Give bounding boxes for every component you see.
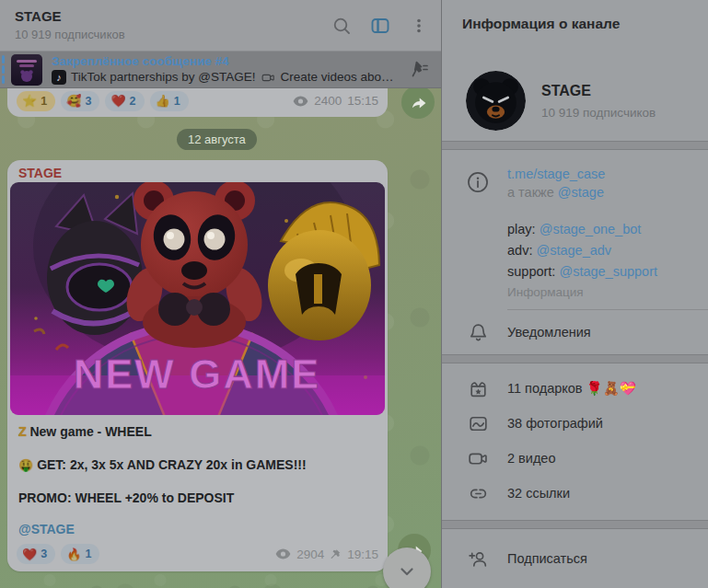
- date-divider[interactable]: 12 августа: [177, 129, 257, 150]
- thumbsup-reaction-icon: 👍: [156, 95, 170, 107]
- subscribe-row[interactable]: Подписаться: [442, 536, 708, 581]
- media-section: 11 подарков 🌹🧸💝 38 фотографий 2 видео: [442, 363, 708, 520]
- channel-info-panel: Информация о канале STAGE 10 919 подписч…: [441, 0, 708, 588]
- reaction-thumbsup[interactable]: 👍 1: [150, 91, 189, 111]
- post-views: 2904: [296, 548, 324, 561]
- links-row[interactable]: 32 ссылки: [442, 476, 708, 511]
- hero-caption: NEW GAME: [74, 351, 321, 398]
- channel-description: play: @stage_one_bot adv: @stage_adv sup…: [507, 219, 697, 282]
- reaction-fire[interactable]: 🔥 1: [61, 544, 99, 564]
- post-line-3: PROMO: WHEEL +20% to DEPOSIT: [18, 490, 377, 506]
- heart-reaction-icon: ❤️: [22, 548, 37, 560]
- pinned-message-bar[interactable]: Закреплённое сообщение #4 ♪ TikTok partn…: [0, 52, 441, 88]
- reaction-heart[interactable]: ❤️ 3: [17, 544, 55, 564]
- gift-icon: [466, 377, 490, 400]
- adv-link[interactable]: @stage_adv: [536, 243, 611, 258]
- share-arrow-icon: [410, 95, 427, 110]
- video-camera-icon: [261, 70, 276, 86]
- links-label: 32 ссылки: [507, 486, 570, 501]
- subscribe-label: Подписаться: [507, 551, 587, 566]
- gold-z-custom-emoji: Z: [18, 424, 27, 439]
- message-1-time: 15:15: [347, 94, 378, 108]
- reaction-star[interactable]: ⭐ 1: [17, 91, 55, 111]
- post-line-1: Z New game - WHEEL: [18, 423, 377, 440]
- support-link[interactable]: @stage_support: [559, 264, 657, 279]
- smiling-hearts-reaction-icon: 🥰: [66, 95, 81, 107]
- link-icon: [466, 482, 490, 505]
- message-1-meta: 2400 15:15: [293, 94, 378, 108]
- chevron-down-icon: [396, 560, 418, 582]
- section-gap: [442, 141, 708, 150]
- videos-label: 2 видео: [507, 451, 556, 466]
- channel-avatar[interactable]: [466, 71, 526, 131]
- channel-profile: STAGE 10 919 подписчиков: [466, 71, 708, 131]
- pinned-texts: Закреплённое сообщение #4 ♪ TikTok partn…: [52, 53, 394, 86]
- views-eye-icon: [275, 548, 291, 559]
- pinned-text: TikTok partnerships by @STAGE!: [71, 69, 256, 86]
- channel-post-bubble: STAGE: [7, 160, 388, 571]
- section-gap: [442, 354, 708, 363]
- photos-label: 38 фотографий: [507, 416, 603, 431]
- post-author[interactable]: STAGE: [7, 160, 388, 182]
- scroll-to-bottom-button[interactable]: [383, 548, 431, 588]
- chat-header: STAGE 10 919 подписчиков: [0, 0, 441, 52]
- channel-link[interactable]: t.me/stage_case: [507, 167, 697, 181]
- alias-link[interactable]: @stage: [558, 185, 604, 200]
- play-bot-link[interactable]: @stage_one_bot: [540, 222, 642, 236]
- pinned-title: Закреплённое сообщение #4: [52, 53, 394, 69]
- notifications-label: Уведомления: [507, 325, 591, 340]
- info-section: t.me/stage_case а также @stage play: @st…: [442, 150, 708, 310]
- heart-reaction-icon: ❤️: [110, 95, 125, 107]
- menu-kebab-icon[interactable]: [408, 15, 430, 37]
- header-icons: [331, 0, 430, 52]
- video-icon: [466, 447, 490, 470]
- share-button-message-1[interactable]: [401, 86, 435, 119]
- info-icon: [466, 170, 490, 194]
- post-footer: ❤️ 3 🔥 1 2904 19:15: [7, 537, 388, 571]
- reaction-hearteyes[interactable]: 🥰 3: [61, 91, 99, 111]
- photo-icon: [466, 412, 490, 435]
- telegram-app: STAGE 10 919 подписчиков: [0, 0, 708, 588]
- bell-icon: [466, 321, 490, 344]
- channel-subscribers: 10 919 подписчиков: [541, 106, 656, 120]
- channel-alias: а также @stage: [507, 185, 697, 200]
- info-caption: Информация: [507, 285, 697, 299]
- tiktok-icon: ♪: [52, 70, 66, 85]
- message-1-bubble-tail: ⭐ 1 🥰 3 ❤️ 2 👍 1 2400 15:15: [7, 88, 388, 117]
- gifts-label: 11 подарков 🌹🧸💝: [507, 381, 636, 397]
- post-text: Z New game - WHEEL 🤑 GET: 2x, 3x 5x AND …: [7, 415, 388, 537]
- pinned-indicator: [2, 55, 5, 85]
- post-line-2: 🤑 GET: 2x, 3x 5x AND CRAZY 20x in GAMES!…: [18, 456, 377, 473]
- reaction-heart[interactable]: ❤️ 2: [105, 91, 144, 111]
- panel-title: Информация о канале: [442, 0, 708, 46]
- channel-name: STAGE: [541, 83, 656, 99]
- star-reaction-icon: ⭐: [22, 95, 37, 107]
- pinned-text-2: Create videos abo…: [281, 69, 394, 86]
- pinned-thumbnail: [11, 54, 42, 86]
- search-icon[interactable]: [331, 15, 353, 37]
- panel-toggle-icon[interactable]: [369, 15, 391, 37]
- gifts-row[interactable]: 11 подарков 🌹🧸💝: [442, 371, 708, 406]
- pinned-list-icon[interactable]: [408, 59, 430, 81]
- post-meta: 2904 19:15: [275, 548, 378, 561]
- message-1-views: 2400: [314, 94, 342, 108]
- chat-pane: STAGE 10 919 подписчиков: [0, 0, 441, 588]
- post-time: 19:15: [347, 548, 378, 561]
- post-image[interactable]: NEW GAME: [10, 182, 385, 415]
- add-person-icon: [466, 548, 490, 571]
- money-face-emoji: 🤑: [18, 459, 33, 471]
- views-eye-icon: [293, 96, 308, 107]
- photos-row[interactable]: 38 фотографий: [442, 406, 708, 441]
- pinned-pin-icon: [330, 548, 342, 560]
- videos-row[interactable]: 2 видео: [442, 441, 708, 476]
- section-gap: [442, 520, 708, 529]
- fire-reaction-icon: 🔥: [66, 548, 81, 560]
- post-mention-link[interactable]: @STAGE: [18, 521, 377, 537]
- notifications-row[interactable]: Уведомления: [442, 310, 708, 354]
